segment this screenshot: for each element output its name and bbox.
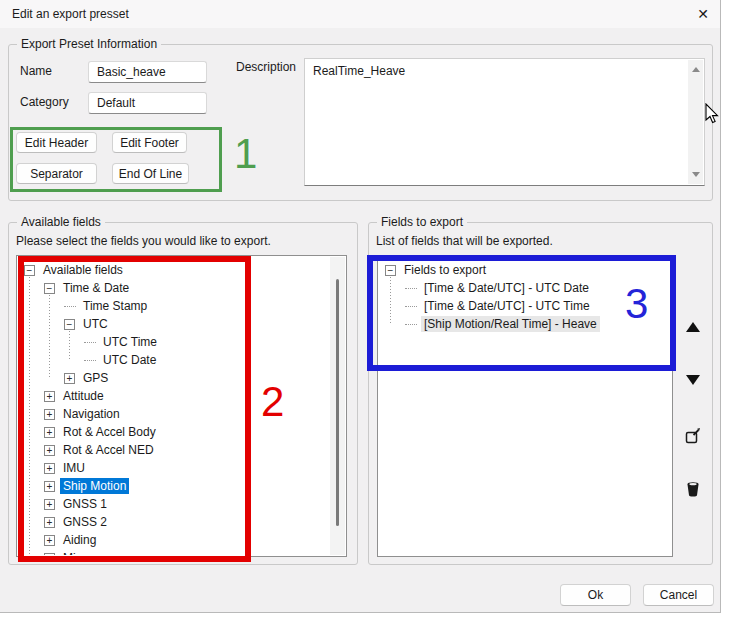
tree-item-label: UTC Time <box>100 334 160 350</box>
tree-item-label: Time & Date <box>60 280 132 296</box>
trash-icon <box>684 480 702 498</box>
move-up-icon <box>686 322 700 332</box>
available-item-misc[interactable]: +Misc <box>18 549 330 555</box>
expand-icon[interactable]: + <box>44 463 55 474</box>
export-item-fields-to-export[interactable]: −Fields to export <box>379 261 671 279</box>
tree-item-label: GNSS 1 <box>60 496 110 512</box>
ok-button[interactable]: Ok <box>560 584 631 606</box>
name-label: Name <box>20 64 52 78</box>
tree-item-label: IMU <box>60 460 88 476</box>
tree-item-label: [Time & Date/UTC] - UTC Date <box>421 280 592 296</box>
available-item-gnss-1[interactable]: +GNSS 1 <box>18 495 330 513</box>
available-item-rot-accel-ned[interactable]: +Rot & Accel NED <box>18 441 330 459</box>
tree-item-label: [Ship Motion/Real Time] - Heave <box>421 316 600 332</box>
tree-connector <box>84 360 96 361</box>
tree-item-label: Fields to export <box>401 262 489 278</box>
description-scrollbar[interactable] <box>688 60 703 184</box>
preset-info-group-label: Export Preset Information <box>17 37 161 51</box>
available-fields-listbox[interactable]: −Available fields−Time & DateTime Stamp−… <box>16 255 347 557</box>
category-field[interactable]: Default <box>88 92 207 114</box>
move-up-button[interactable] <box>681 316 705 338</box>
fields-to-export-tree: −Fields to export[Time & Date/UTC] - UTC… <box>379 257 671 555</box>
tree-guide-line <box>49 295 50 378</box>
collapse-icon[interactable]: − <box>385 265 396 276</box>
expand-icon[interactable]: + <box>44 517 55 528</box>
description-field[interactable]: RealTime_Heave <box>304 58 705 186</box>
edit-header-button[interactable]: Edit Header <box>16 132 97 153</box>
available-item-aiding[interactable]: +Aiding <box>18 531 330 549</box>
available-item-rot-accel-body[interactable]: +Rot & Accel Body <box>18 423 330 441</box>
fields-to-export-hint: List of fields that will be exported. <box>376 234 553 248</box>
name-value: Basic_heave <box>97 65 166 79</box>
separator-button[interactable]: Separator <box>16 163 97 184</box>
export-item--time-date-utc-utc-time[interactable]: [Time & Date/UTC] - UTC Time <box>379 297 671 315</box>
tree-item-label: Ship Motion <box>60 478 129 494</box>
expand-icon[interactable]: + <box>44 427 55 438</box>
tree-connector <box>405 306 417 307</box>
available-fields-tree: −Available fields−Time & DateTime Stamp−… <box>18 257 330 555</box>
available-item-available-fields[interactable]: −Available fields <box>18 261 330 279</box>
expand-icon[interactable]: + <box>44 553 55 556</box>
expand-icon[interactable]: + <box>44 391 55 402</box>
tree-item-label: Navigation <box>60 406 123 422</box>
available-item-attitude[interactable]: +Attitude <box>18 387 330 405</box>
move-down-icon <box>686 375 700 385</box>
tree-guide-line <box>69 331 70 360</box>
collapse-icon[interactable]: − <box>24 265 35 276</box>
tree-item-label: UTC <box>80 316 111 332</box>
tree-guide-line <box>29 277 30 555</box>
name-field[interactable]: Basic_heave <box>88 61 207 83</box>
available-item-imu[interactable]: +IMU <box>18 459 330 477</box>
expand-icon[interactable]: + <box>44 535 55 546</box>
available-item-utc-date[interactable]: UTC Date <box>18 351 330 369</box>
tree-item-label: Misc <box>60 550 91 555</box>
tree-connector <box>84 342 96 343</box>
tree-item-label: Attitude <box>60 388 107 404</box>
export-item--time-date-utc-utc-date[interactable]: [Time & Date/UTC] - UTC Date <box>379 279 671 297</box>
edit-field-button[interactable] <box>681 425 705 447</box>
scrollbar-thumb[interactable] <box>336 279 339 526</box>
available-fields-hint: Please select the fields you would like … <box>16 234 271 248</box>
tree-item-label: Aiding <box>60 532 99 548</box>
move-down-button[interactable] <box>681 369 705 391</box>
expand-icon[interactable]: + <box>44 409 55 420</box>
end-of-line-button[interactable]: End Of Line <box>112 163 189 184</box>
available-item-utc-time[interactable]: UTC Time <box>18 333 330 351</box>
close-icon[interactable]: ✕ <box>692 3 714 25</box>
export-item--ship-motion-real-time-heave[interactable]: [Ship Motion/Real Time] - Heave <box>379 315 671 333</box>
available-item-utc[interactable]: −UTC <box>18 315 330 333</box>
available-item-gps[interactable]: +GPS <box>18 369 330 387</box>
available-item-time-date[interactable]: −Time & Date <box>18 279 330 297</box>
edit-footer-button[interactable]: Edit Footer <box>112 132 187 153</box>
expand-icon[interactable]: + <box>44 499 55 510</box>
expand-icon[interactable]: + <box>64 373 75 384</box>
available-item-time-stamp[interactable]: Time Stamp <box>18 297 330 315</box>
expand-icon[interactable]: + <box>44 481 55 492</box>
tree-item-label: Rot & Accel NED <box>60 442 157 458</box>
tree-guide-line <box>390 277 391 324</box>
edit-note-icon <box>684 427 702 445</box>
available-fields-scrollbar[interactable] <box>330 257 345 555</box>
collapse-icon[interactable]: − <box>64 319 75 330</box>
category-label: Category <box>20 95 69 109</box>
available-item-navigation[interactable]: +Navigation <box>18 405 330 423</box>
collapse-icon[interactable]: − <box>44 283 55 294</box>
scroll-down-icon[interactable] <box>692 172 700 177</box>
delete-field-button[interactable] <box>681 478 705 500</box>
expand-icon[interactable]: + <box>44 445 55 456</box>
export-preset-dialog: Edit an export presset ✕ Export Preset I… <box>0 0 721 613</box>
tree-item-label: GNSS 2 <box>60 514 110 530</box>
fields-to-export-group-label: Fields to export <box>377 215 467 229</box>
tree-item-label: [Time & Date/UTC] - UTC Time <box>421 298 593 314</box>
description-value: RealTime_Heave <box>313 64 405 78</box>
dialog-title: Edit an export presset <box>12 7 129 21</box>
dialog-titlebar[interactable]: Edit an export presset ✕ <box>0 0 720 28</box>
available-item-ship-motion[interactable]: +Ship Motion <box>18 477 330 495</box>
available-item-gnss-2[interactable]: +GNSS 2 <box>18 513 330 531</box>
description-label: Description <box>236 60 296 74</box>
screenshot-stage: Edit an export presset ✕ Export Preset I… <box>0 0 741 633</box>
tree-connector <box>405 288 417 289</box>
fields-to-export-listbox[interactable]: −Fields to export[Time & Date/UTC] - UTC… <box>377 255 673 557</box>
scroll-up-icon[interactable] <box>692 67 700 72</box>
cancel-button[interactable]: Cancel <box>643 584 714 606</box>
